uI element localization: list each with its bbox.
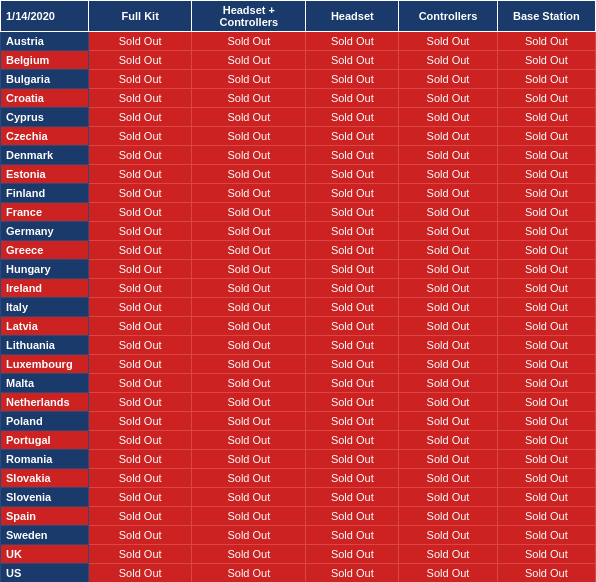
status-cell: Sold Out <box>497 393 595 412</box>
status-cell: Sold Out <box>497 355 595 374</box>
status-cell: Sold Out <box>497 260 595 279</box>
status-cell: Sold Out <box>497 507 595 526</box>
status-cell: Sold Out <box>192 241 306 260</box>
country-cell: Croatia <box>1 89 89 108</box>
table-row: SwedenSold OutSold OutSold OutSold OutSo… <box>1 526 596 545</box>
status-cell: Sold Out <box>306 469 399 488</box>
status-cell: Sold Out <box>192 431 306 450</box>
status-cell: Sold Out <box>192 222 306 241</box>
table-row: IrelandSold OutSold OutSold OutSold OutS… <box>1 279 596 298</box>
table-row: SlovakiaSold OutSold OutSold OutSold Out… <box>1 469 596 488</box>
status-cell: Sold Out <box>399 507 497 526</box>
status-cell: Sold Out <box>497 51 595 70</box>
status-cell: Sold Out <box>192 108 306 127</box>
status-cell: Sold Out <box>88 564 191 583</box>
table-row: BulgariaSold OutSold OutSold OutSold Out… <box>1 70 596 89</box>
status-cell: Sold Out <box>399 355 497 374</box>
status-cell: Sold Out <box>88 298 191 317</box>
status-cell: Sold Out <box>497 241 595 260</box>
header-date: 1/14/2020 <box>1 1 89 32</box>
country-cell: Bulgaria <box>1 70 89 89</box>
status-cell: Sold Out <box>192 412 306 431</box>
status-cell: Sold Out <box>306 203 399 222</box>
status-cell: Sold Out <box>306 526 399 545</box>
status-cell: Sold Out <box>88 393 191 412</box>
status-cell: Sold Out <box>192 564 306 583</box>
status-cell: Sold Out <box>497 469 595 488</box>
status-cell: Sold Out <box>497 165 595 184</box>
status-cell: Sold Out <box>497 488 595 507</box>
country-cell: Italy <box>1 298 89 317</box>
status-cell: Sold Out <box>399 488 497 507</box>
status-cell: Sold Out <box>192 146 306 165</box>
status-cell: Sold Out <box>192 336 306 355</box>
status-cell: Sold Out <box>192 450 306 469</box>
table-row: PolandSold OutSold OutSold OutSold OutSo… <box>1 412 596 431</box>
country-cell: US <box>1 564 89 583</box>
status-cell: Sold Out <box>399 89 497 108</box>
status-cell: Sold Out <box>88 336 191 355</box>
status-cell: Sold Out <box>497 89 595 108</box>
country-cell: Malta <box>1 374 89 393</box>
status-cell: Sold Out <box>88 374 191 393</box>
header-fullkit: Full Kit <box>88 1 191 32</box>
country-cell: Ireland <box>1 279 89 298</box>
country-cell: Slovakia <box>1 469 89 488</box>
status-cell: Sold Out <box>399 203 497 222</box>
status-cell: Sold Out <box>399 51 497 70</box>
country-cell: Lithuania <box>1 336 89 355</box>
table-row: UKSold OutSold OutSold OutSold OutSold O… <box>1 545 596 564</box>
status-cell: Sold Out <box>192 127 306 146</box>
status-cell: Sold Out <box>399 412 497 431</box>
status-cell: Sold Out <box>192 545 306 564</box>
table-row: LatviaSold OutSold OutSold OutSold OutSo… <box>1 317 596 336</box>
status-cell: Sold Out <box>306 393 399 412</box>
status-cell: Sold Out <box>399 146 497 165</box>
status-cell: Sold Out <box>497 412 595 431</box>
country-cell: Netherlands <box>1 393 89 412</box>
status-cell: Sold Out <box>497 564 595 583</box>
status-cell: Sold Out <box>88 279 191 298</box>
header-headset: Headset <box>306 1 399 32</box>
country-cell: Poland <box>1 412 89 431</box>
status-cell: Sold Out <box>192 507 306 526</box>
status-cell: Sold Out <box>497 336 595 355</box>
status-cell: Sold Out <box>88 469 191 488</box>
status-cell: Sold Out <box>88 127 191 146</box>
availability-table: 1/14/2020 Full Kit Headset + Controllers… <box>0 0 596 582</box>
status-cell: Sold Out <box>306 355 399 374</box>
table-row: AustriaSold OutSold OutSold OutSold OutS… <box>1 32 596 51</box>
table-row: CzechiaSold OutSold OutSold OutSold OutS… <box>1 127 596 146</box>
table-row: EstoniaSold OutSold OutSold OutSold OutS… <box>1 165 596 184</box>
status-cell: Sold Out <box>88 241 191 260</box>
status-cell: Sold Out <box>497 32 595 51</box>
table-row: PortugalSold OutSold OutSold OutSold Out… <box>1 431 596 450</box>
status-cell: Sold Out <box>88 431 191 450</box>
table-row: RomaniaSold OutSold OutSold OutSold OutS… <box>1 450 596 469</box>
status-cell: Sold Out <box>306 374 399 393</box>
status-cell: Sold Out <box>306 184 399 203</box>
header-headset-controllers: Headset + Controllers <box>192 1 306 32</box>
status-cell: Sold Out <box>399 70 497 89</box>
status-cell: Sold Out <box>497 203 595 222</box>
country-cell: Portugal <box>1 431 89 450</box>
country-cell: Cyprus <box>1 108 89 127</box>
country-cell: Austria <box>1 32 89 51</box>
status-cell: Sold Out <box>399 393 497 412</box>
table-row: SloveniaSold OutSold OutSold OutSold Out… <box>1 488 596 507</box>
status-cell: Sold Out <box>497 450 595 469</box>
status-cell: Sold Out <box>497 374 595 393</box>
table-row: ItalySold OutSold OutSold OutSold OutSol… <box>1 298 596 317</box>
table-row: DenmarkSold OutSold OutSold OutSold OutS… <box>1 146 596 165</box>
table-row: BelgiumSold OutSold OutSold OutSold OutS… <box>1 51 596 70</box>
status-cell: Sold Out <box>399 431 497 450</box>
country-cell: Spain <box>1 507 89 526</box>
status-cell: Sold Out <box>497 184 595 203</box>
table-row: HungarySold OutSold OutSold OutSold OutS… <box>1 260 596 279</box>
status-cell: Sold Out <box>88 184 191 203</box>
status-cell: Sold Out <box>306 127 399 146</box>
status-cell: Sold Out <box>306 32 399 51</box>
status-cell: Sold Out <box>399 469 497 488</box>
table-row: GreeceSold OutSold OutSold OutSold OutSo… <box>1 241 596 260</box>
status-cell: Sold Out <box>399 317 497 336</box>
